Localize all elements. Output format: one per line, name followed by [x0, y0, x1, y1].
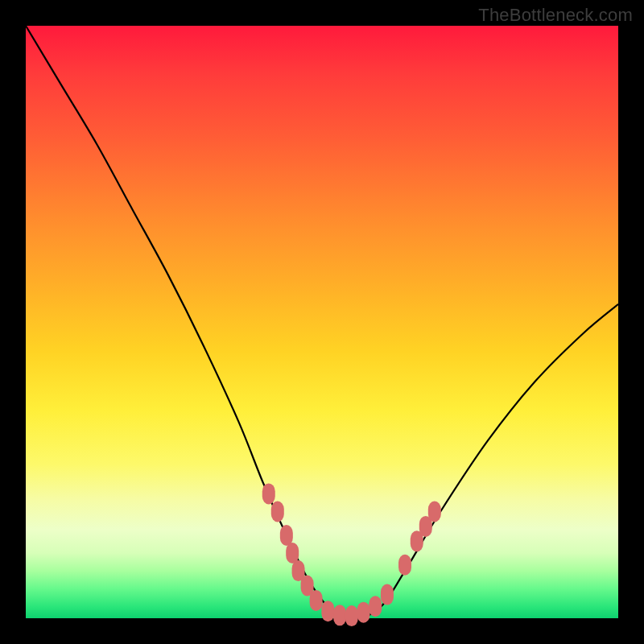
- watermark-text: TheBottleneck.com: [478, 5, 633, 26]
- chart-frame: TheBottleneck.com: [0, 0, 644, 644]
- marker-point: [381, 584, 394, 605]
- marker-point: [271, 502, 284, 522]
- plot-area: [26, 26, 618, 618]
- marker-point: [280, 525, 293, 546]
- marker-point: [428, 502, 441, 522]
- marker-point: [357, 602, 370, 623]
- marker-point: [369, 596, 382, 617]
- marker-point: [321, 601, 334, 621]
- marker-point: [398, 555, 411, 576]
- bottleneck-curve: [26, 26, 618, 618]
- marker-point: [262, 483, 275, 504]
- marker-point: [286, 543, 299, 564]
- marker-point: [345, 605, 358, 626]
- marker-point: [310, 590, 323, 611]
- marker-point: [333, 605, 346, 625]
- curve-svg: [26, 26, 618, 618]
